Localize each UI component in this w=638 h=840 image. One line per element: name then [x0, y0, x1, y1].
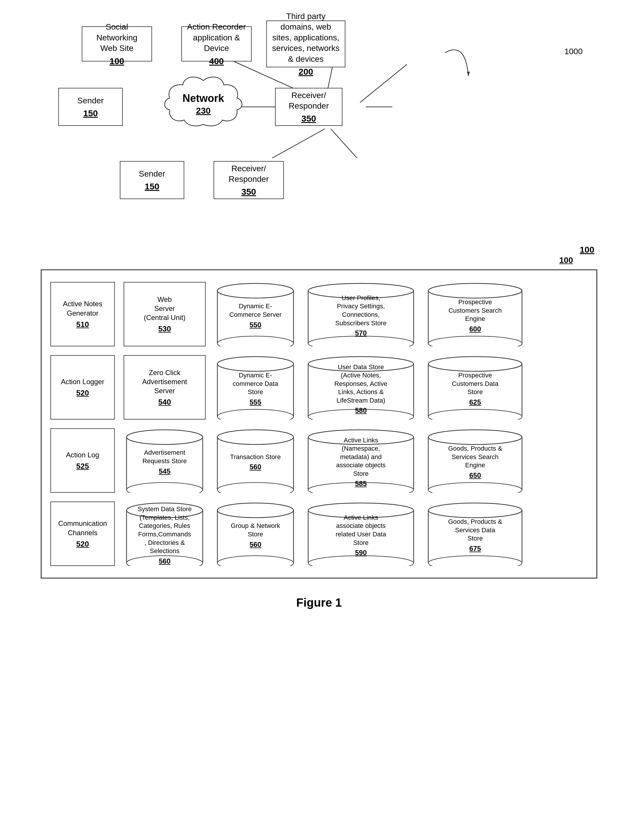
network-label: Network [182, 92, 224, 104]
third-party-number: 200 [299, 67, 313, 77]
sender-bottom-box: Sender 150 [120, 161, 184, 199]
action-logger-number: 520 [76, 388, 89, 398]
dynamic-ecommerce-data-cyl: Dynamic E-commerce DataStore 555 [214, 355, 296, 420]
action-recorder-label: Action Recorderapplication &Device [187, 22, 246, 54]
dynamic-ecommerce-data-label: Dynamic E-commerce DataStore [233, 371, 278, 396]
user-profiles-label: User Profiles,Privacy Settings,Connectio… [336, 294, 387, 327]
ad-requests-cyl: AdvertisementRequests Store 545 [123, 428, 206, 493]
transaction-store-number: 560 [250, 463, 261, 471]
sender-top-box: Sender 150 [58, 88, 123, 126]
svg-point-27 [127, 430, 203, 444]
goods-search-cyl: Goods, Products &Services SearchEngine 6… [425, 428, 525, 493]
third-party-box: Third partydomains, websites, applicatio… [266, 21, 345, 67]
goods-data-cyl: Goods, Products &Services DataStore 675 [425, 502, 525, 566]
goods-search-text: Goods, Products &Services SearchEngine 6… [445, 439, 505, 483]
system-data-text: System Data Store(Templates, Lists,Categ… [135, 499, 195, 568]
comm-channels-box: CommunicationChannels 520 [51, 502, 115, 566]
prospective-data-number: 625 [469, 398, 481, 406]
user-profiles-number: 570 [355, 329, 367, 337]
user-data-store-number: 580 [355, 406, 367, 415]
action-log-label: Action Log [66, 450, 99, 459]
goods-data-label: Goods, Products &Services DataStore [448, 518, 502, 543]
active-links-user-text: Active Linksassociate objectsrelated Use… [333, 508, 389, 560]
dynamic-ecommerce-server-text: Dynamic E-Commerce Server 550 [226, 296, 285, 332]
sender-bottom-number: 150 [145, 182, 159, 191]
action-log-box: Action Log 525 [51, 428, 115, 493]
receiver-top-box: Receiver/Responder 350 [275, 88, 342, 126]
zero-click-label: Zero ClickAdvertisementServer [142, 368, 187, 396]
svg-point-42 [217, 503, 293, 518]
sender-top-label: Sender [78, 95, 104, 106]
bottom-section: 100 Active NotesGenerator 510 WebServer(… [41, 269, 597, 578]
receiver-bottom-label: Receiver/Responder [229, 163, 269, 185]
bottom-100-label: 100 [559, 256, 573, 265]
sender-top-number: 150 [83, 108, 98, 118]
social-networking-box: Social Networking Web Site 100 [82, 26, 152, 62]
svg-line-2 [360, 65, 407, 103]
svg-line-5 [272, 129, 325, 158]
web-server-number: 530 [158, 324, 171, 333]
svg-point-30 [217, 430, 293, 444]
figure-caption: Figure 1 [296, 596, 342, 609]
active-notes-gen-label: Active NotesGenerator [63, 299, 103, 317]
action-recorder-box: Action Recorderapplication &Device 400 [181, 26, 252, 62]
user-data-store-cyl: User Data Store(Active Notes,Responses, … [305, 355, 416, 420]
third-party-label: Third partydomains, websites, applicatio… [272, 11, 339, 65]
goods-search-number: 650 [469, 471, 481, 480]
component-grid: Active NotesGenerator 510 WebServer(Cent… [51, 282, 587, 566]
system-data-number: 560 [159, 557, 171, 565]
prospective-data-text: ProspectiveCustomers DataStore 625 [449, 365, 502, 409]
comm-channels-label: CommunicationChannels [58, 519, 107, 537]
comm-channels-number: 520 [76, 540, 89, 549]
dynamic-ecommerce-server-number: 550 [250, 321, 261, 329]
system-data-cyl: System Data Store(Templates, Lists,Categ… [123, 502, 206, 566]
receiver-top-number: 350 [301, 114, 316, 123]
active-links-ns-number: 585 [355, 480, 367, 488]
active-links-ns-cyl: Active Links(Namespace,metadata) andasso… [305, 428, 416, 493]
social-networking-label: Social Networking Web Site [87, 22, 147, 54]
annotation-1000: 1000 [565, 47, 583, 56]
group-network-cyl: Group & NetworkStore 560 [214, 502, 296, 566]
prospective-search-number: 600 [469, 325, 481, 333]
diagram-container: Social Networking Web Site 100 Action Re… [41, 17, 597, 609]
active-links-ns-label: Active Links(Namespace,metadata) andasso… [336, 436, 386, 478]
transaction-store-cyl: Transaction Store 560 [214, 428, 296, 493]
network-cloud-text: Network 230 [182, 92, 224, 116]
ad-requests-number: 545 [159, 467, 171, 475]
action-logger-label: Action Logger [61, 377, 104, 386]
group-network-text: Group & NetworkStore 560 [228, 516, 283, 551]
action-logger-box: Action Logger 520 [51, 355, 115, 420]
dynamic-ecommerce-data-number: 555 [250, 398, 261, 406]
active-notes-gen-number: 510 [76, 320, 89, 329]
action-log-number: 525 [76, 462, 89, 471]
prospective-search-text: ProspectiveCustomers SearchEngine 600 [446, 292, 505, 336]
user-profiles-text: User Profiles,Privacy Settings,Connectio… [332, 288, 389, 340]
transaction-store-label: Transaction Store [230, 453, 281, 461]
group-network-label: Group & NetworkStore [231, 522, 280, 538]
user-data-store-label: User Data Store(Active Notes,Responses, … [334, 363, 388, 405]
svg-marker-7 [467, 72, 470, 76]
active-links-ns-text: Active Links(Namespace,metadata) andasso… [333, 430, 389, 491]
prospective-data-cyl: ProspectiveCustomers DataStore 625 [425, 355, 525, 420]
active-links-user-number: 590 [355, 549, 367, 557]
dynamic-ecommerce-server-cyl: Dynamic E-Commerce Server 550 [214, 282, 296, 346]
active-notes-gen-box: Active NotesGenerator 510 [51, 282, 115, 346]
transaction-store-text: Transaction Store 560 [227, 447, 284, 474]
goods-search-label: Goods, Products &Services SearchEngine [448, 444, 502, 470]
group-network-number: 560 [250, 540, 261, 549]
dynamic-ecommerce-server-label: Dynamic E-Commerce Server [230, 302, 282, 319]
prospective-search-label: ProspectiveCustomers SearchEngine [448, 298, 502, 323]
receiver-bottom-number: 350 [241, 187, 256, 197]
active-links-user-label: Active Linksassociate objectsrelated Use… [336, 513, 386, 547]
social-networking-number: 100 [109, 56, 124, 66]
zero-click-number: 540 [158, 398, 171, 407]
svg-line-6 [331, 129, 357, 158]
web-server-label: WebServer(Central Unit) [144, 295, 186, 322]
ad-requests-text: AdvertisementRequests Store 545 [139, 443, 190, 478]
goods-data-text: Goods, Products &Services DataStore 675 [445, 512, 505, 556]
goods-data-number: 675 [469, 545, 481, 553]
user-profiles-cyl: User Profiles,Privacy Settings,Connectio… [305, 282, 416, 346]
dynamic-ecommerce-data-text: Dynamic E-commerce DataStore 555 [230, 365, 281, 409]
top-100-label: 100 [580, 245, 594, 255]
sender-bottom-label: Sender [139, 169, 165, 179]
